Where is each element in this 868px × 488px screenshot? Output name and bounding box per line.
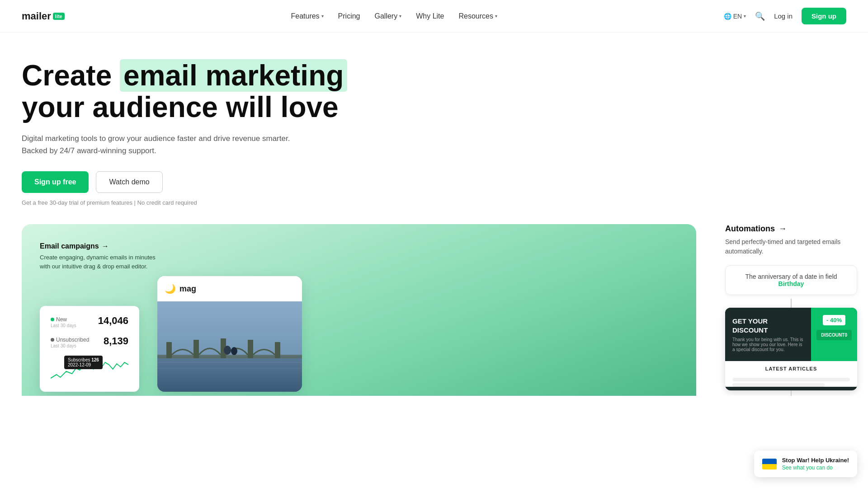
green-feature-card: Email campaigns → Create engaging, dynam…	[22, 224, 696, 396]
signup-button[interactable]: Sign up	[802, 8, 846, 24]
chevron-down-icon: ▾	[321, 14, 324, 19]
arrow-icon: →	[102, 242, 109, 250]
articles-line-1	[732, 378, 850, 381]
logo-text: mailer	[22, 10, 51, 22]
email-preview-card: 🌙 mag	[157, 276, 302, 392]
chevron-down-icon: ▾	[399, 14, 401, 19]
automations-description: Send perfectly-timed and targeted emails…	[725, 237, 857, 256]
unsub-count: 8,139	[104, 335, 128, 347]
hero-subtext: Digital marketing tools to grow your aud…	[22, 132, 311, 157]
svg-point-9	[231, 347, 237, 355]
email-preview-image	[157, 301, 302, 392]
articles-title: LATEST ARTICLES	[725, 361, 857, 376]
main-content: Automations → Send perfectly-timed and t…	[0, 224, 868, 396]
hero-visuals: Email campaigns → Create engaging, dynam…	[22, 224, 696, 396]
hero-demo-button[interactable]: Watch demo	[96, 171, 162, 193]
discount-code: DISCOUNT0	[816, 330, 852, 340]
login-link[interactable]: Log in	[774, 12, 793, 20]
new-dot	[51, 318, 54, 321]
trigger-card: The anniversary of a date in field Birth…	[725, 265, 857, 295]
hero-note: Get a free 30-day trial of premium featu…	[22, 199, 385, 206]
nav-resources[interactable]: Resources ▾	[458, 12, 497, 20]
svg-rect-7	[275, 342, 280, 358]
stats-card: New Last 30 days 14,046 Unsubscribed Las…	[40, 306, 139, 392]
subscribe-tooltip: Subscribes 126 2022-12-09	[64, 356, 103, 369]
campaign-description: Create engaging, dynamic emails in minut…	[40, 253, 166, 271]
bridge-illustration	[157, 301, 302, 392]
mag-brand: mag	[179, 284, 196, 294]
hero-buttons: Sign up free Watch demo	[22, 171, 385, 193]
automations-title: Automations →	[725, 224, 857, 234]
nav-why-lite[interactable]: Why Lite	[416, 12, 444, 20]
logo-badge: lite	[53, 13, 65, 20]
nav-pricing[interactable]: Pricing	[338, 12, 360, 20]
birthday-highlight: Birthday	[778, 280, 804, 287]
automations-panel: Automations → Send perfectly-timed and t…	[714, 224, 868, 396]
svg-point-8	[224, 346, 231, 355]
hero-heading: Create email marketing your audience wil…	[22, 60, 385, 123]
svg-rect-1	[157, 356, 302, 392]
nav-links: Features ▾ Pricing Gallery ▾ Why Lite Re…	[291, 12, 497, 20]
chart-area: Subscribes 126 2022-12-09	[51, 356, 128, 383]
language-selector[interactable]: 🌐 EN ▾	[724, 13, 746, 20]
connector-line	[791, 299, 792, 308]
globe-icon: 🌐	[724, 13, 731, 20]
arrow-icon: →	[778, 224, 787, 234]
promo-desc: Thank you for being with us. This is how…	[732, 337, 804, 352]
navbar: mailer lite Features ▾ Pricing Gallery ▾…	[0, 0, 868, 33]
search-icon[interactable]: 🔍	[755, 11, 765, 21]
new-count: 14,046	[98, 315, 128, 327]
connector-line-2	[791, 390, 792, 396]
chevron-down-icon: ▾	[744, 14, 746, 19]
moon-icon: 🌙	[165, 283, 176, 294]
discount-badge: - 40%	[823, 315, 845, 325]
articles-line-2	[732, 383, 825, 387]
nav-actions: 🌐 EN ▾ 🔍 Log in Sign up	[724, 8, 846, 24]
logo[interactable]: mailer lite	[22, 10, 65, 22]
svg-rect-3	[166, 342, 172, 358]
nav-gallery[interactable]: Gallery ▾	[375, 12, 402, 20]
hero-section: Create email marketing your audience wil…	[0, 33, 407, 206]
promo-title: GET YOUR DISCOUNT	[732, 317, 804, 334]
svg-rect-4	[193, 340, 199, 358]
email-promo-card: GET YOUR DISCOUNT Thank you for being wi…	[725, 308, 857, 390]
nav-features[interactable]: Features ▾	[291, 12, 323, 20]
unsub-dot	[51, 338, 54, 342]
svg-rect-6	[248, 340, 253, 358]
hero-signup-button[interactable]: Sign up free	[22, 171, 89, 193]
campaign-label: Email campaigns →	[40, 242, 678, 250]
chevron-down-icon: ▾	[495, 14, 497, 19]
